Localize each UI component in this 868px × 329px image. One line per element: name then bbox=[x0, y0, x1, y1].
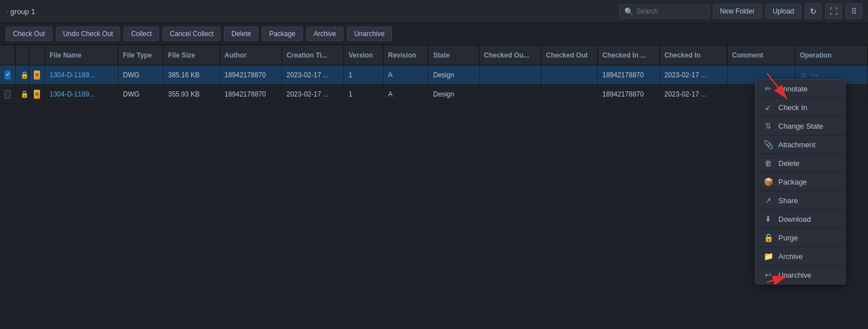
context-menu[interactable]: ✏Annotate↙Check In⇅Change State📎Attachme… bbox=[755, 79, 845, 284]
context-menu-item-annotate[interactable]: ✏Annotate bbox=[756, 80, 845, 98]
context-menu-item-check-in[interactable]: ↙Check In bbox=[756, 98, 845, 117]
row-author: 18942178870 bbox=[220, 65, 282, 84]
delete-button[interactable]: Delete bbox=[224, 27, 258, 41]
col-header-creation[interactable]: Creation Ti... bbox=[282, 45, 344, 65]
row-creation: 2023-02-17 ... bbox=[282, 85, 344, 103]
col-header-filetype[interactable]: File Type bbox=[118, 45, 164, 65]
row-lock: 🔒 bbox=[16, 85, 29, 103]
menu-icon-annotate: ✏ bbox=[764, 84, 773, 93]
context-menu-item-archive[interactable]: 📁Archive bbox=[756, 247, 845, 266]
refresh-icon[interactable]: ↻ bbox=[805, 3, 822, 19]
col-header-checkedin[interactable]: Checked In bbox=[660, 45, 728, 65]
row-checkbox[interactable] bbox=[0, 85, 16, 103]
cancel-collect-button[interactable]: Cancel Collect bbox=[162, 27, 221, 41]
col-header-version[interactable]: Version bbox=[344, 45, 384, 65]
menu-label: Share bbox=[778, 196, 798, 205]
col-header-check bbox=[0, 45, 16, 65]
row-checkedin: 2023-02-17 ... bbox=[660, 85, 728, 103]
menu-icon-check-in: ↙ bbox=[764, 103, 773, 112]
col-header-revision[interactable]: Revision bbox=[384, 45, 429, 65]
menu-icon-archive: 📁 bbox=[764, 252, 773, 261]
table-body: 🔒 D 1304-D-1189... DWG 385.16 KB 1894217… bbox=[0, 65, 868, 104]
col-header-filename[interactable]: File Name bbox=[45, 45, 118, 65]
breadcrumb: › group 1 bbox=[6, 7, 42, 16]
row-checkedout-by bbox=[479, 65, 541, 84]
col-header-state[interactable]: State bbox=[429, 45, 479, 65]
table-header: File Name File Type File Size Author Cre… bbox=[0, 45, 868, 65]
menu-label: Check In bbox=[778, 103, 807, 112]
context-menu-item-share[interactable]: ↗Share bbox=[756, 191, 845, 210]
search-input[interactable] bbox=[637, 7, 699, 15]
row-checkedin-by: 18942178870 bbox=[598, 65, 660, 84]
col-header-checkedout-by[interactable]: Checked Ou... bbox=[479, 45, 541, 65]
row-creation: 2023-02-17 ... bbox=[282, 65, 344, 84]
menu-icon-download: ⬇ bbox=[764, 214, 773, 223]
star-icon[interactable]: ☆ bbox=[800, 71, 807, 80]
row-file-icon: D bbox=[29, 85, 45, 103]
row-filetype: DWG bbox=[118, 65, 164, 84]
menu-label: Download bbox=[778, 215, 811, 223]
row-checkedout-by bbox=[479, 85, 541, 103]
row-lock: 🔒 bbox=[16, 65, 29, 84]
package-button[interactable]: Package bbox=[262, 27, 303, 41]
breadcrumb-label: group 1 bbox=[10, 7, 35, 16]
col-header-author[interactable]: Author bbox=[220, 45, 282, 65]
col-header-comment[interactable]: Comment bbox=[728, 45, 795, 65]
expand-icon[interactable]: ⛶ bbox=[825, 3, 842, 19]
row-filetype: DWG bbox=[118, 85, 164, 103]
col-header-filesize[interactable]: File Size bbox=[164, 45, 220, 65]
row-checkedin: 2023-02-17 ... bbox=[660, 65, 728, 84]
row-checkedout bbox=[541, 65, 598, 84]
more-options-icon[interactable]: ··· bbox=[810, 70, 818, 80]
table-row[interactable]: 🔒 D 1304-D-1189... DWG 385.16 KB 1894217… bbox=[0, 65, 868, 85]
menu-icon-unarchive: ↩ bbox=[764, 270, 773, 279]
collect-button[interactable]: Collect bbox=[124, 27, 159, 41]
unarchive-button[interactable]: Unarchive bbox=[347, 27, 392, 41]
upload-button[interactable]: Upload bbox=[765, 4, 801, 19]
context-menu-item-change-state[interactable]: ⇅Change State bbox=[756, 117, 845, 135]
menu-label: Archive bbox=[778, 252, 803, 261]
chevron-icon: › bbox=[6, 7, 8, 16]
row-version: 1 bbox=[344, 85, 384, 103]
menu-label: Change State bbox=[778, 122, 823, 130]
menu-icon-share: ↗ bbox=[764, 196, 773, 205]
row-revision: A bbox=[384, 65, 429, 84]
search-box[interactable]: 🔍 bbox=[619, 5, 710, 19]
context-menu-item-attachment[interactable]: 📎Attachment bbox=[756, 135, 845, 154]
menu-label: Package bbox=[778, 178, 807, 186]
table-row[interactable]: 🔒 D 1304-D-1189... DWG 355.93 KB 1894217… bbox=[0, 85, 868, 104]
row-version: 1 bbox=[344, 65, 384, 84]
menu-label: Attachment bbox=[778, 141, 816, 149]
search-icon: 🔍 bbox=[624, 7, 633, 16]
context-menu-item-unarchive[interactable]: ↩Unarchive bbox=[756, 266, 845, 284]
menu-label: Purge bbox=[778, 234, 798, 242]
archive-button[interactable]: Archive bbox=[306, 27, 343, 41]
menu-icon-attachment: 📎 bbox=[764, 140, 773, 149]
col-header-checkedout[interactable]: Checked Out bbox=[541, 45, 598, 65]
action-bar: Check Out Undo Check Out Collect Cancel … bbox=[0, 23, 868, 45]
col-header-icon bbox=[29, 45, 45, 65]
context-menu-item-delete[interactable]: 🗑Delete bbox=[756, 154, 845, 173]
menu-label: Annotate bbox=[778, 85, 808, 93]
row-filename[interactable]: 1304-D-1189... bbox=[45, 65, 118, 84]
menu-icon-package: 📦 bbox=[764, 177, 773, 186]
row-checkbox[interactable] bbox=[0, 65, 16, 84]
row-file-icon: D bbox=[29, 65, 45, 84]
grid-icon[interactable]: ⠿ bbox=[845, 3, 862, 19]
context-menu-item-purge[interactable]: 🔒Purge bbox=[756, 229, 845, 247]
menu-label: Unarchive bbox=[778, 271, 812, 279]
new-folder-button[interactable]: New Folder bbox=[713, 4, 762, 19]
row-state: Design bbox=[429, 65, 479, 84]
col-header-checkedin-by[interactable]: Checked In ... bbox=[598, 45, 660, 65]
row-author: 18942178870 bbox=[220, 85, 282, 103]
undo-checkout-button[interactable]: Undo Check Out bbox=[56, 27, 121, 41]
checkout-button[interactable]: Check Out bbox=[6, 27, 52, 41]
row-checkedout bbox=[541, 85, 598, 103]
col-header-operation[interactable]: Operation bbox=[795, 45, 868, 65]
context-menu-item-download[interactable]: ⬇Download bbox=[756, 210, 845, 229]
row-revision: A bbox=[384, 85, 429, 103]
row-filename[interactable]: 1304-D-1189... bbox=[45, 85, 118, 103]
context-menu-item-package[interactable]: 📦Package bbox=[756, 173, 845, 191]
menu-icon-delete: 🗑 bbox=[764, 159, 773, 168]
menu-icon-purge: 🔒 bbox=[764, 233, 773, 242]
